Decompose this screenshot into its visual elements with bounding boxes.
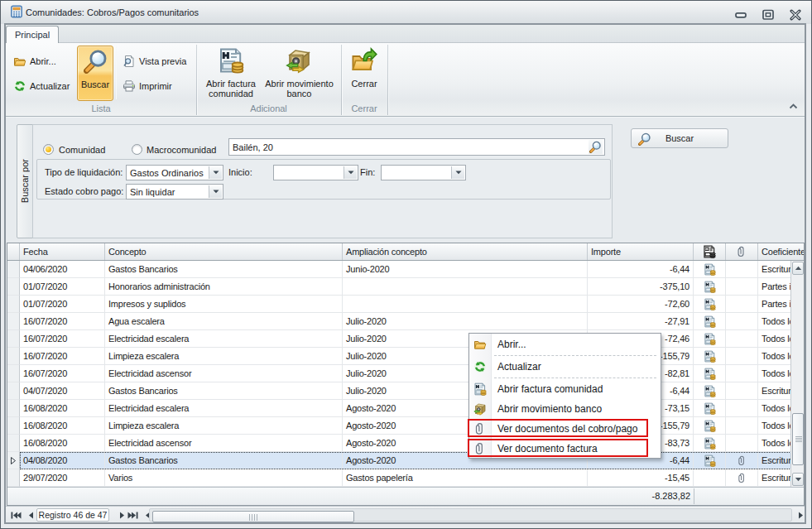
cell-concepto[interactable]: Agua escalera xyxy=(105,313,343,330)
cell-documento[interactable] xyxy=(726,278,758,296)
grid-row[interactable]: 16/08/2020Electricidad escaleraAgosto-20… xyxy=(7,400,791,417)
last-record-button[interactable] xyxy=(127,509,138,521)
cell-concepto[interactable]: Electricidad escalera xyxy=(105,330,343,348)
inicio-combo[interactable] xyxy=(273,165,358,180)
cell-fecha[interactable]: 16/08/2020 xyxy=(20,417,105,435)
grid-row[interactable]: 04/06/2020Gastos BancariosJunio-2020-6,4… xyxy=(7,261,791,278)
horizontal-scroll-thumb[interactable] xyxy=(152,511,354,522)
cell-factura[interactable] xyxy=(694,469,726,487)
cell-concepto[interactable]: Impresos y suplidos xyxy=(105,296,343,313)
cell-concepto[interactable]: Limpieza escalera xyxy=(105,417,343,435)
buscar-ribbon-button[interactable]: Buscar xyxy=(77,46,113,101)
cell-documento[interactable] xyxy=(726,435,758,452)
cell-factura[interactable] xyxy=(694,330,726,348)
cell-ampliacion[interactable] xyxy=(343,278,588,296)
previous-record-button[interactable] xyxy=(25,509,36,521)
tab-principal[interactable]: Principal xyxy=(6,26,59,43)
cell-importe[interactable]: -15,45 xyxy=(588,469,694,487)
cell-documento[interactable] xyxy=(726,400,758,417)
cell-factura[interactable] xyxy=(694,348,726,365)
cell-documento[interactable] xyxy=(726,348,758,365)
radio-macrocomunidad[interactable] xyxy=(132,144,142,155)
cell-fecha[interactable]: 16/07/2020 xyxy=(20,348,105,365)
abrir-movimiento-button[interactable]: Abrir movimiento banco xyxy=(263,46,335,101)
menu-item-actualizar[interactable]: Actualizar xyxy=(469,357,661,377)
estado-dropdown-button[interactable] xyxy=(209,185,222,198)
grid-row[interactable]: 29/07/2020VariosGastos papelería-15,45Es… xyxy=(7,469,791,487)
cell-documento[interactable] xyxy=(726,296,758,313)
cell-fecha[interactable]: 04/07/2020 xyxy=(20,382,105,400)
cell-documento[interactable] xyxy=(726,382,758,400)
buscar-button[interactable]: Buscar xyxy=(631,128,728,148)
cell-factura[interactable] xyxy=(694,452,726,469)
grid-row[interactable]: 16/07/2020Electricidad ascensorJulio-202… xyxy=(7,365,791,382)
scroll-up-button[interactable] xyxy=(792,262,804,275)
menu-item-abrir[interactable]: Abrir... xyxy=(469,334,661,354)
cell-coeficiente[interactable]: Escritura xyxy=(758,261,791,278)
cell-importe[interactable]: -72,60 xyxy=(588,296,694,313)
cell-coeficiente[interactable]: Todos lo xyxy=(758,330,791,348)
cell-ampliacion[interactable]: Gastos papelería xyxy=(343,469,588,487)
cell-coeficiente[interactable]: Escritura xyxy=(758,452,791,469)
cell-concepto[interactable]: Limpieza escalera xyxy=(105,348,343,365)
vertical-scrollbar[interactable] xyxy=(790,261,804,487)
cell-coeficiente[interactable]: Escritura xyxy=(758,382,791,400)
grid-row[interactable]: 16/08/2020Limpieza escaleraAgosto-2020-1… xyxy=(7,417,791,435)
column-header-coeficiente[interactable]: Coeficiente xyxy=(758,243,804,260)
fin-combo[interactable] xyxy=(381,165,466,180)
cell-factura[interactable] xyxy=(694,261,726,278)
cell-fecha[interactable]: 16/07/2020 xyxy=(20,330,105,348)
cell-factura[interactable] xyxy=(694,313,726,330)
cell-factura[interactable] xyxy=(694,365,726,382)
grid-row[interactable]: 04/08/2020Gastos BancariosAgosto-2020-6,… xyxy=(7,452,791,469)
grid-row[interactable]: 16/08/2020Electricidad ascensorAgosto-20… xyxy=(7,435,791,452)
tipo-liquidacion-combo[interactable]: Gastos Ordinarios xyxy=(126,165,223,180)
inicio-dropdown-button[interactable] xyxy=(344,166,357,179)
scroll-down-button[interactable] xyxy=(792,473,804,486)
cell-ampliacion[interactable]: Junio-2020 xyxy=(343,261,588,278)
cell-coeficiente[interactable]: Todos lo xyxy=(758,435,791,452)
cell-coeficiente[interactable]: Partes i xyxy=(758,296,791,313)
cell-coeficiente[interactable]: Todos lo xyxy=(758,348,791,365)
cell-documento[interactable] xyxy=(726,261,758,278)
cell-importe[interactable]: -375,10 xyxy=(588,278,694,296)
cell-concepto[interactable]: Gastos Bancarios xyxy=(105,261,343,278)
abrir-button[interactable]: Abrir... xyxy=(13,52,56,70)
column-header-fecha[interactable]: Fecha xyxy=(20,243,105,260)
cell-concepto[interactable]: Varios xyxy=(105,469,343,487)
cell-factura[interactable] xyxy=(694,296,726,313)
maximize-button[interactable] xyxy=(761,8,776,22)
grid-row[interactable]: 01/07/2020Honorarios administración-375,… xyxy=(7,278,791,296)
cell-fecha[interactable]: 01/07/2020 xyxy=(20,296,105,313)
cell-documento[interactable] xyxy=(726,469,758,487)
cell-fecha[interactable]: 04/06/2020 xyxy=(20,261,105,278)
cell-concepto[interactable]: Electricidad ascensor xyxy=(105,365,343,382)
cell-coeficiente[interactable]: Partes i xyxy=(758,278,791,296)
cell-coeficiente[interactable]: Todos lo xyxy=(758,313,791,330)
cell-fecha[interactable]: 04/08/2020 xyxy=(20,452,105,469)
estado-cobro-pago-combo[interactable]: Sin liquidar xyxy=(126,184,223,200)
column-header-factura[interactable] xyxy=(694,243,726,260)
cell-documento[interactable] xyxy=(726,417,758,435)
ribbon-collapse-button[interactable] xyxy=(789,103,798,109)
menu-item-abrir-movimiento-banco[interactable]: Abrir movimiento banco xyxy=(469,399,661,419)
next-record-button[interactable] xyxy=(116,509,127,521)
cell-coeficiente[interactable]: Todos lo xyxy=(758,417,791,435)
cell-concepto[interactable]: Gastos Bancarios xyxy=(105,452,343,469)
grid-row[interactable]: 01/07/2020Impresos y suplidos-72,60Parte… xyxy=(7,296,791,313)
minimize-button[interactable] xyxy=(733,8,748,22)
cell-fecha[interactable]: 16/08/2020 xyxy=(20,400,105,417)
grid-row[interactable]: 04/07/2020Gastos BancariosJulio-2020-6,4… xyxy=(7,382,791,400)
vista-previa-button[interactable]: Vista previa xyxy=(123,52,186,70)
cell-concepto[interactable]: Electricidad ascensor xyxy=(105,435,343,452)
cell-coeficiente[interactable]: Escritura xyxy=(758,469,791,487)
grid-row[interactable]: 16/07/2020Agua escaleraJulio-2020-27,91T… xyxy=(7,313,791,330)
cell-importe[interactable]: -6,44 xyxy=(588,261,694,278)
actualizar-button[interactable]: Actualizar xyxy=(13,77,70,95)
cell-fecha[interactable]: 29/07/2020 xyxy=(20,469,105,487)
cell-importe[interactable]: -27,91 xyxy=(588,313,694,330)
column-header-concepto[interactable]: Concepto xyxy=(105,243,343,260)
cell-factura[interactable] xyxy=(694,417,726,435)
column-header-importe[interactable]: Importe xyxy=(588,243,694,260)
close-button[interactable] xyxy=(788,8,803,22)
